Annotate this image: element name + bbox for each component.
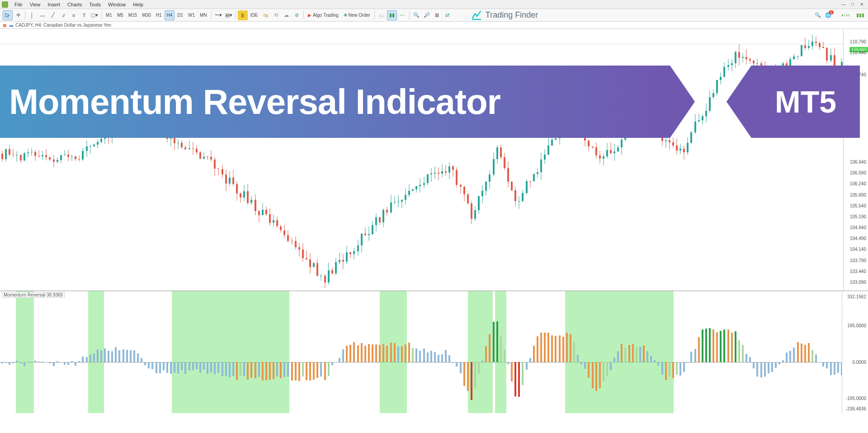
cursor-tool[interactable] <box>3 10 13 20</box>
timeframe-mn[interactable]: MN <box>198 10 209 20</box>
menu-view[interactable]: View <box>26 1 44 8</box>
indicator-tick: 185.0000 <box>847 323 866 328</box>
indicator-bar <box>562 337 564 362</box>
indicator-bar <box>342 349 344 362</box>
menu-charts[interactable]: Charts <box>64 1 85 8</box>
objects-tool[interactable]: ▢▾ <box>90 10 99 20</box>
indicator-bar <box>196 362 198 369</box>
indicator-bar <box>771 362 773 372</box>
timeframe-h1[interactable]: H1 <box>154 10 164 20</box>
indicator-bar <box>793 348 795 362</box>
timeframe-h4[interactable]: H4 <box>165 10 175 20</box>
indicator-bar <box>361 343 363 362</box>
dollar-icon[interactable]: $ <box>238 10 248 20</box>
indicator-bar <box>82 357 84 362</box>
indicator-bar <box>650 356 652 362</box>
indicator-bar <box>467 362 469 391</box>
indicator-bar <box>126 350 128 362</box>
timeframe-d1[interactable]: D1 <box>175 10 185 20</box>
indicator-bar <box>613 358 615 362</box>
signals-icon[interactable]: ⟲ <box>271 10 281 20</box>
indicator-bar <box>544 333 546 362</box>
indicator-bar <box>75 362 76 366</box>
indicator-bar <box>786 353 788 362</box>
indicator-bar <box>808 343 810 362</box>
mql-icon[interactable]: ⊚ <box>292 10 302 20</box>
new-order-button[interactable]: ✚New Order <box>341 10 373 20</box>
search-icon[interactable]: 🔍 <box>813 10 823 20</box>
fib-tool[interactable]: ≡ <box>69 10 79 20</box>
close-button[interactable]: ✕ <box>857 2 866 7</box>
indicator-subwindow[interactable]: Momentum Reversal 38.9369 332.1562185.00… <box>0 291 868 413</box>
zoom-out-tool[interactable]: 🔎 <box>422 10 432 20</box>
indicator-bar <box>24 362 25 366</box>
minimize-button[interactable]: — <box>839 2 848 7</box>
indicator-bar <box>423 348 425 362</box>
indicator-bar <box>460 362 462 373</box>
hline-tool[interactable]: — <box>38 10 47 20</box>
indicator-bar <box>57 361 58 362</box>
maximize-button[interactable]: □ <box>848 2 857 7</box>
menu-help[interactable]: Help <box>129 1 147 8</box>
crosshair-tool[interactable]: ✛ <box>13 10 23 20</box>
indicator-bar <box>705 329 707 362</box>
menu-file[interactable]: File <box>11 1 26 8</box>
vps-icon[interactable]: ☁ <box>281 10 291 20</box>
symbol-title: CADJPY, H4: Canadian Dollar vs Japanese … <box>15 23 111 28</box>
indicator-bar <box>148 362 150 368</box>
indicator-bar <box>819 362 821 362</box>
indicator-bar <box>12 362 14 363</box>
connection-icon[interactable]: ▮▮▮ <box>855 10 865 20</box>
indicator-bar <box>448 355 450 362</box>
autoscroll-tool[interactable]: ▮▮ <box>387 10 397 20</box>
indicator-bar <box>232 362 234 376</box>
timeframe-w1[interactable]: W1 <box>186 10 197 20</box>
timeframe-m1[interactable]: M1 <box>104 10 114 20</box>
algo-trading-button[interactable]: ▶Algo Trading <box>306 10 340 20</box>
arrange-tool[interactable]: ⇄ <box>443 10 453 20</box>
grid-icon: ▦ <box>2 23 7 28</box>
indicator-bar <box>27 362 29 362</box>
shift-chart-tool[interactable]: ↕↓ <box>377 10 387 20</box>
indicator-bar <box>324 362 326 380</box>
indicator-bar <box>159 362 161 373</box>
template-tool[interactable]: ▤▾ <box>224 10 234 20</box>
zoom-in-tool[interactable]: 🔍 <box>411 10 421 20</box>
notif-badge: 1 <box>829 10 833 14</box>
menu-window[interactable]: Window <box>104 1 129 8</box>
timeframe-m5[interactable]: M5 <box>115 10 126 20</box>
price-tick: 104.490 <box>850 236 866 241</box>
notification-icon[interactable]: 🌐1 <box>826 10 835 20</box>
indicator-bar <box>163 362 165 370</box>
indicator-bar <box>837 362 839 373</box>
indicator-bar <box>511 362 513 382</box>
vline-tool[interactable]: │ <box>27 10 37 20</box>
timeframe-m30[interactable]: M30 <box>140 10 153 20</box>
indicator-bar <box>760 362 762 377</box>
indicator-bar <box>265 362 267 380</box>
indicator-bar <box>782 360 784 362</box>
price-tick: 104.840 <box>850 225 866 230</box>
indicator-bar <box>599 362 601 388</box>
trendline-tool[interactable]: ╱ <box>48 10 58 20</box>
indicator-bar <box>295 362 297 381</box>
indicator-bar <box>71 361 73 362</box>
ide-button[interactable]: IDE <box>248 10 260 20</box>
indicator-bar <box>16 361 18 362</box>
timeframe-group: M1M5M15M30H1H4D1W1MN <box>104 10 209 20</box>
indicator-tool[interactable]: 〰 <box>397 10 407 20</box>
indicator-bar <box>533 346 535 362</box>
market-icon[interactable]: 🛍 <box>260 10 270 20</box>
level-indicator[interactable]: ▲LVL <box>838 10 853 20</box>
indicator-bar <box>42 362 43 362</box>
line-chart-tool[interactable]: 〜▾ <box>213 10 223 20</box>
indicator-bar <box>775 362 777 368</box>
price-tick: 103.790 <box>850 258 866 263</box>
menu-tools[interactable]: Tools <box>85 1 104 8</box>
menu-insert[interactable]: Insert <box>44 1 64 8</box>
tile-tool[interactable]: ⊞ <box>432 10 442 20</box>
channel-tool[interactable]: ⫽ <box>58 10 68 20</box>
timeframe-m15[interactable]: M15 <box>126 10 139 20</box>
text-tool[interactable]: T <box>79 10 89 20</box>
indicator-bar <box>93 353 95 362</box>
